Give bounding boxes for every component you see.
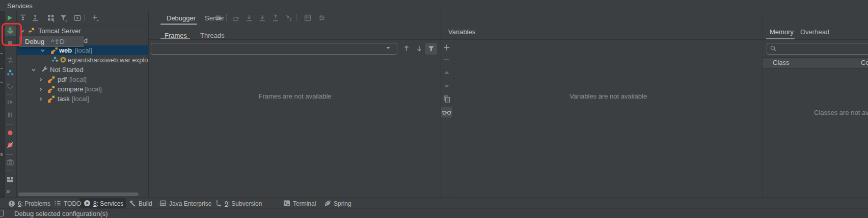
divider <box>6 171 13 171</box>
tab-overhead[interactable]: Overhead <box>800 28 829 36</box>
step-into-button[interactable] <box>245 14 253 22</box>
copy-watch-button[interactable] <box>443 95 451 103</box>
debug-tooltip: Debug ^⇧D <box>19 36 84 47</box>
step-out-button[interactable] <box>272 14 280 22</box>
frame-up-button[interactable] <box>402 44 411 53</box>
show-watches-button[interactable] <box>441 107 452 117</box>
edge-fragment <box>1 153 3 156</box>
debug-button[interactable] <box>5 26 16 36</box>
hot-swap-icon[interactable] <box>6 69 14 77</box>
services-tool-window: Services <box>0 0 868 218</box>
tree-node-label: Tomcat Server <box>38 27 81 35</box>
tree-row-task[interactable]: task [local] <box>17 94 148 104</box>
toolwindow-button-spring[interactable]: Spring <box>324 200 351 208</box>
column-divider[interactable] <box>857 57 857 68</box>
step-over-button[interactable] <box>232 14 240 22</box>
tree-node-suffix: [local] <box>69 76 87 83</box>
toolwindow-button-build[interactable]: Build <box>129 200 152 208</box>
tab-debugger[interactable]: Debugger <box>167 14 196 22</box>
active-tab-underline <box>160 23 197 25</box>
chevron-down-icon[interactable] <box>40 48 45 53</box>
label: Spring <box>334 200 351 207</box>
chevron-right-icon[interactable] <box>38 96 43 102</box>
memory-search-input[interactable] <box>767 43 868 55</box>
tree-row-not-started-group[interactable]: Not Started <box>17 65 148 75</box>
spring-leaf-icon <box>324 200 331 208</box>
debugger-settings-icon[interactable] <box>318 14 326 22</box>
toolwindow-button-todo[interactable]: TODO <box>54 200 81 208</box>
edge-fragment <box>1 53 3 54</box>
move-watch-up-button[interactable] <box>443 69 451 77</box>
thread-dump-camera-icon[interactable] <box>6 158 14 166</box>
chevron-right-icon[interactable] <box>38 87 43 92</box>
view-breakpoints-button[interactable] <box>6 129 14 137</box>
tree-row-tomcat-server[interactable]: Tomcat Server <box>17 26 148 36</box>
add-button[interactable] <box>91 14 99 22</box>
pause-button[interactable] <box>6 111 14 119</box>
tooltip-label: Debug <box>25 38 44 45</box>
stop-button[interactable] <box>6 39 14 47</box>
terminal-icon <box>283 200 290 208</box>
remove-watch-button[interactable] <box>443 56 451 64</box>
divider <box>6 124 13 125</box>
rerun-icon[interactable] <box>6 82 14 90</box>
expand-all-button[interactable] <box>19 14 27 22</box>
tree-row-pdf[interactable]: pdf [local] <box>17 75 148 84</box>
mute-breakpoints-button[interactable] <box>6 141 14 149</box>
status-message: Debug selected configuration(s) <box>14 210 108 217</box>
tree-row-compare[interactable]: compare [local] <box>17 84 148 94</box>
attach-debugger-icon[interactable] <box>6 56 14 64</box>
add-service-frame-button[interactable] <box>73 14 82 22</box>
run-button[interactable] <box>6 14 14 22</box>
force-step-into-button[interactable] <box>258 14 266 22</box>
chevron-down-icon[interactable] <box>31 67 36 72</box>
collapse-all-button[interactable] <box>31 14 39 22</box>
tooltip-shortcut: ^⇧D <box>51 38 64 45</box>
tab-threads[interactable]: Threads <box>200 32 225 39</box>
chevron-down-icon[interactable] <box>20 29 25 34</box>
toolwindow-button-services[interactable]: 8: Services <box>84 200 123 208</box>
group-by-button[interactable] <box>47 14 55 22</box>
java-enterprise-icon <box>159 200 167 208</box>
move-watch-down-button[interactable] <box>443 82 451 90</box>
tree-node-label: task <box>58 95 70 103</box>
horizontal-scrollbar[interactable] <box>18 192 139 196</box>
evaluate-expression-button[interactable] <box>304 14 312 22</box>
column-header-class[interactable]: Class <box>773 59 790 66</box>
run-to-cursor-button[interactable] <box>285 14 293 22</box>
resume-button[interactable] <box>6 98 14 106</box>
divider <box>149 39 868 40</box>
divider <box>0 198 868 198</box>
frame-down-button[interactable] <box>415 44 423 53</box>
tree-node-suffix: [local] <box>75 46 92 54</box>
frame-selector-combobox[interactable] <box>151 43 397 55</box>
tomcat-config-icon <box>48 76 56 83</box>
tab-memory[interactable]: Memory <box>770 28 794 36</box>
toolwindow-button-subversion[interactable]: 9: Subversion <box>215 200 262 208</box>
chevron-right-icon[interactable] <box>38 77 43 82</box>
tree-node-label: pdf <box>58 76 67 83</box>
divider <box>226 14 227 21</box>
search-icon <box>770 45 777 52</box>
label: : Services <box>97 200 124 207</box>
toolwindow-button-problems[interactable]: 6: Problems <box>8 200 50 208</box>
filter-button[interactable] <box>60 14 68 22</box>
column-header-count[interactable]: Count <box>861 59 868 66</box>
tree-node-label: Not Started <box>50 66 84 74</box>
chevron-down-icon[interactable] <box>385 45 391 51</box>
mnemonic: 8 <box>93 200 97 207</box>
toolwindow-button-terminal[interactable]: Terminal <box>283 200 316 208</box>
hammer-icon <box>129 200 136 208</box>
hide-frames-filter-button[interactable] <box>425 43 437 55</box>
add-watch-button[interactable] <box>443 43 451 52</box>
page-title: Services <box>7 2 33 10</box>
problems-icon <box>8 200 15 207</box>
variables-header: Variables <box>448 28 475 36</box>
restore-layout-button[interactable] <box>6 176 14 184</box>
tree-node-label: web <box>59 46 72 54</box>
label: Java Enterprise <box>169 200 211 207</box>
toolwindow-button-java-enterprise[interactable]: Java Enterprise <box>159 200 211 208</box>
more-actions-button[interactable]: » <box>6 187 10 195</box>
tree-row-war-artifact[interactable]: egrantshanxiweb:war exploded <box>17 55 148 65</box>
menu-hamburger-icon[interactable] <box>214 14 222 22</box>
